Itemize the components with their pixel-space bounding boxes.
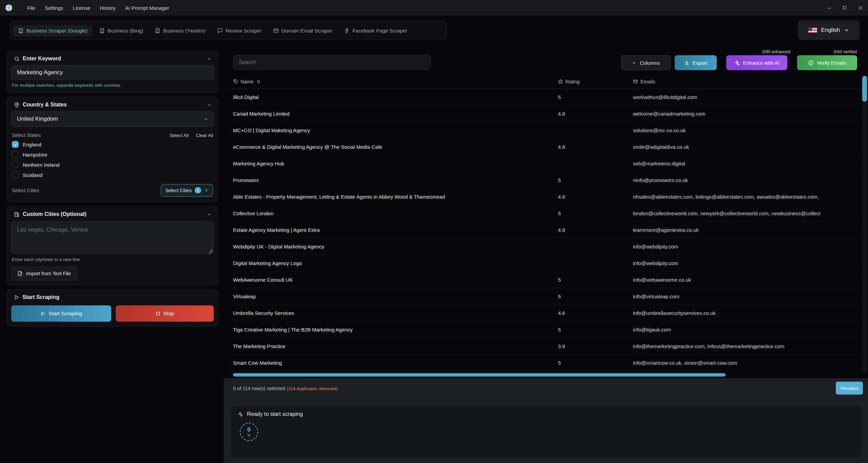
country-card-title: Country & States — [23, 102, 67, 108]
column-header-emails[interactable]: Emails — [633, 79, 862, 84]
chevron-down-icon[interactable] — [207, 102, 212, 107]
table-row[interactable]: Digital Marketing Agency Logo info@webdi… — [228, 255, 862, 271]
cell-rating: 5 — [558, 94, 633, 100]
menu-ai-prompt-manager[interactable]: AI Prompt Manager — [120, 3, 174, 13]
custom-cities-helper: Enter each city/town in a new line — [12, 257, 213, 262]
cell-emails: info@webdipity.com — [633, 260, 862, 266]
menu-license[interactable]: License — [68, 3, 95, 13]
cell-emails: info@webdipity.com — [633, 244, 862, 249]
table-row[interactable]: Collective London 5 london@collectivewor… — [228, 205, 862, 222]
export-button[interactable]: Export — [675, 55, 717, 70]
state-checkbox-row[interactable]: Scotland — [11, 170, 214, 180]
table-row[interactable]: Able Estates - Property Management, Lett… — [228, 188, 862, 205]
tab-domain-email-scraper[interactable]: Domain Email Scraper — [268, 25, 337, 37]
tab-business-yandex[interactable]: Business (Yandex) — [150, 25, 210, 37]
tab-business-bing[interactable]: Business (Bing) — [94, 25, 148, 37]
checkbox-scotland[interactable] — [12, 172, 19, 178]
visualize-button[interactable]: Visualize — [836, 382, 863, 395]
stop-button-label: Stop — [163, 310, 174, 317]
facebook-icon — [344, 28, 350, 34]
vertical-scrollbar-thumb[interactable] — [862, 76, 867, 102]
table-row[interactable]: Promoworx 5 ninfo@promoworx.co.uk — [228, 172, 862, 188]
table-row[interactable]: Webdipity UK - Digital Marketing Agency … — [228, 238, 862, 255]
select-all-link[interactable]: Select All — [170, 133, 189, 138]
custom-cities-title: Custom Cities (Optional) — [23, 211, 86, 217]
table-row[interactable]: Marketing Agency Hub seb@marketerio.digi… — [228, 155, 862, 172]
column-header-rating[interactable]: Rating — [558, 79, 633, 84]
verify-emails-button[interactable]: Verify Emails — [797, 55, 857, 70]
enhance-with-ai-button[interactable]: Enhance with AI — [726, 55, 787, 70]
cell-name: Umbrella Security Services — [233, 310, 558, 316]
cell-emails: ninfo@promoworx.co.uk — [633, 177, 862, 183]
search-input[interactable] — [233, 55, 431, 70]
mail-icon — [273, 28, 279, 34]
cell-emails: info@umbrellasecurityservices.co.uk — [633, 310, 862, 316]
column-label-name: Name — [240, 79, 254, 84]
start-scraping-button[interactable]: Start Scraping — [11, 305, 111, 322]
language-selector[interactable]: English — [798, 20, 860, 40]
state-label: Scotland — [23, 172, 42, 178]
cell-emails: info@themarketingpractice.com, infous@th… — [633, 343, 862, 349]
resize-grip[interactable] — [209, 249, 212, 252]
cell-rating: 4.8 — [558, 111, 633, 117]
minimize-button[interactable] — [825, 3, 833, 12]
columns-button[interactable]: Columns — [621, 55, 671, 70]
custom-cities-textarea[interactable]: Las vegas, Chicago, Venice — [11, 221, 214, 254]
table-row[interactable]: Cariad Marketing Limited 4.8 welcome@car… — [228, 105, 862, 122]
country-selected-value: United Kingdom — [17, 116, 58, 122]
country-states-card: Country & States United Kingdom Select S… — [7, 97, 218, 202]
table-row[interactable]: MC+CO | Digital Maketing Agency solution… — [228, 122, 862, 139]
table-row[interactable]: Tiga Creative Marketing | The B2B Market… — [228, 321, 862, 338]
checkbox-england[interactable] — [12, 141, 19, 148]
checkbox-northern-ireland[interactable] — [12, 161, 19, 168]
maximize-button[interactable] — [840, 3, 849, 12]
selected-cities-count-badge: 1 — [195, 187, 201, 194]
table-row[interactable]: The Marketing Practice 3.9 info@themarke… — [228, 338, 862, 355]
keyword-card: Enter Keyword For multiple searches, sep… — [7, 51, 218, 93]
menu-bar: File Settings License History AI Prompt … — [0, 0, 868, 16]
stop-square-icon — [155, 311, 160, 316]
country-select[interactable]: United Kingdom — [11, 111, 214, 127]
table-row[interactable]: eCommerce & Digital Marketing Agency @ T… — [228, 139, 862, 155]
sort-icon[interactable] — [256, 79, 261, 84]
cell-name: MC+CO | Digital Maketing Agency — [233, 127, 558, 133]
state-label: Hampshire — [23, 152, 47, 158]
table-row[interactable]: Illicit Digital 5 workwithus@illicitdigi… — [228, 89, 862, 105]
menu-history[interactable]: History — [95, 3, 120, 13]
table-row[interactable]: Smart Cow Marketing 5 info@smartcow.co.u… — [228, 355, 862, 371]
import-from-text-file-button[interactable]: Import from Text File — [11, 267, 77, 280]
checkbox-hampshire[interactable] — [12, 151, 19, 158]
select-cities-button[interactable]: Select Cities 1 — [161, 184, 213, 197]
vertical-scrollbar[interactable] — [862, 75, 867, 374]
table-row[interactable]: WebAwesome Consult UK 5 info@webawesome.… — [228, 271, 862, 288]
column-header-name[interactable]: Name — [233, 79, 558, 84]
state-checkbox-row[interactable]: England — [11, 139, 214, 149]
tab-review-scraper[interactable]: Review Scraper — [212, 25, 266, 37]
state-checkbox-row[interactable]: Northern Ireland — [11, 160, 214, 170]
tab-label: Facebook Page Scraper — [352, 28, 407, 34]
columns-button-label: Columns — [640, 60, 660, 66]
keyword-input[interactable] — [11, 65, 214, 80]
chevron-down-icon[interactable] — [207, 212, 212, 217]
cell-name: Cariad Marketing Limited — [233, 111, 558, 117]
menu-settings[interactable]: Settings — [40, 3, 68, 13]
cell-rating: 5 — [558, 294, 633, 299]
stop-button[interactable]: Stop — [116, 305, 214, 322]
chevron-down-icon[interactable] — [207, 56, 212, 61]
verified-count-label: 0/43 verified — [826, 49, 857, 54]
close-button[interactable] — [856, 3, 865, 12]
custom-cities-placeholder: Las vegas, Chicago, Venice — [17, 226, 88, 233]
cell-name: Able Estates - Property Management, Lett… — [233, 194, 558, 200]
tab-facebook-page-scraper[interactable]: Facebook Page Scraper — [339, 25, 412, 37]
tab-business-scraper-google[interactable]: Business Scraper (Google) — [13, 25, 92, 37]
table-row[interactable]: Virtualeap 5 info@virtualeap.com — [228, 288, 862, 305]
cell-name: WebAwesome Consult UK — [233, 277, 558, 283]
progress-value: 0 — [247, 427, 250, 432]
menu-file[interactable]: File — [22, 3, 40, 13]
horizontal-scrollbar-thumb[interactable] — [233, 373, 726, 377]
table-row[interactable]: Umbrella Security Services 4.6 info@umbr… — [228, 305, 862, 321]
state-checkbox-row[interactable]: Hampshire — [11, 149, 214, 160]
table-row[interactable]: Estate Agency Marketing | Agent Extra 4.… — [228, 222, 862, 238]
keyword-card-title: Enter Keyword — [23, 56, 61, 62]
clear-all-link[interactable]: Clear All — [196, 133, 213, 138]
